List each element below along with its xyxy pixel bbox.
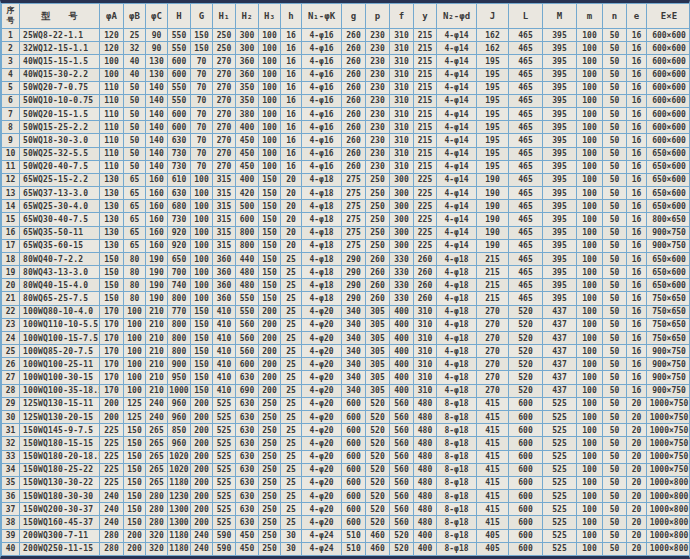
table-row: 27100WQ100-30-15170100210950150410630200… [2, 371, 690, 384]
value-cell: 130 [100, 173, 124, 186]
value-cell: 195 [477, 94, 509, 107]
value-cell: 315 [213, 200, 236, 213]
value-cell: 240 [100, 503, 124, 516]
value-cell: 4-φ18 [437, 371, 477, 384]
value-cell: 50 [603, 108, 627, 121]
row-number-cell: 2 [2, 42, 20, 55]
row-number-cell: 27 [2, 371, 20, 384]
value-cell: 170 [100, 345, 124, 358]
value-cell: 4-φ18 [437, 384, 477, 397]
value-cell: 250 [259, 410, 281, 423]
value-cell: 150 [259, 292, 281, 305]
value-cell: 25 [124, 29, 146, 42]
value-cell: 550 [168, 29, 191, 42]
value-cell: 260 [342, 160, 366, 173]
value-cell: 465 [509, 134, 543, 147]
value-cell: 50 [603, 121, 627, 134]
value-cell: 630 [236, 490, 259, 503]
value-cell: 265 [146, 424, 168, 437]
value-cell: 290 [342, 252, 366, 265]
value-cell: 260 [342, 55, 366, 68]
value-cell: 520 [366, 463, 390, 476]
value-cell: 560 [390, 503, 414, 516]
value-cell: 100 [577, 134, 603, 147]
value-cell: 50 [603, 318, 627, 331]
value-cell: 20 [627, 450, 647, 463]
value-cell: 50 [603, 516, 627, 529]
column-header-f: f [390, 4, 414, 29]
value-cell: 4-φ18 [437, 305, 477, 318]
value-cell: 400 [390, 345, 414, 358]
value-cell: 110 [100, 94, 124, 107]
table-row: 232WQ12-15-1.11203290550150250300100164-… [2, 42, 690, 55]
model-cell: 50WQ10-10-0.75 [20, 94, 100, 107]
value-cell: 395 [543, 81, 577, 94]
row-number-cell: 26 [2, 358, 20, 371]
value-cell: 400 [390, 305, 414, 318]
value-cell: 200 [124, 529, 146, 542]
value-cell: 190 [477, 239, 509, 252]
value-cell: 100 [577, 252, 603, 265]
value-cell: 310 [390, 160, 414, 173]
value-cell: 50 [603, 410, 627, 423]
value-cell: 900×750 [647, 371, 690, 384]
table-row: 32150WQ180-15-15225150265960200525630250… [2, 437, 690, 450]
value-cell: 140 [146, 81, 168, 94]
value-cell: 100 [577, 42, 603, 55]
value-cell: 215 [414, 42, 437, 55]
value-cell: 260 [342, 42, 366, 55]
value-cell: 4-φ18 [302, 173, 342, 186]
model-cell: 50WQ15-25-2.2 [20, 121, 100, 134]
value-cell: 4-φ14 [437, 29, 477, 42]
value-cell: 195 [477, 108, 509, 121]
value-cell: 150 [191, 29, 213, 42]
value-cell: 525 [543, 503, 577, 516]
column-header-p: p [366, 4, 390, 29]
value-cell: 20 [627, 529, 647, 542]
value-cell: 750×650 [647, 331, 690, 344]
column-header-g: g [342, 4, 366, 29]
value-cell: 8-φ18 [437, 450, 477, 463]
value-cell: 437 [543, 305, 577, 318]
value-cell: 25 [281, 384, 302, 397]
value-cell: 100 [191, 213, 213, 226]
value-cell: 465 [509, 94, 543, 107]
value-cell: 350 [236, 81, 259, 94]
value-cell: 270 [213, 134, 236, 147]
value-cell: 4-φ14 [437, 94, 477, 107]
value-cell: 330 [390, 292, 414, 305]
value-cell: 8-φ18 [437, 463, 477, 476]
value-cell: 100 [577, 397, 603, 410]
table-row: 1980WQ43-13-3.01508019070010036048015025… [2, 266, 690, 279]
value-cell: 1000×800 [647, 516, 690, 529]
value-cell: 16 [627, 279, 647, 292]
value-cell: 480 [236, 266, 259, 279]
model-cell: 80WQ40-15-4.0 [20, 279, 100, 292]
value-cell: 800 [236, 226, 259, 239]
column-header-N1phiK: N₁-φK [302, 4, 342, 29]
table-row: 29125WQ130-15-11200125240960200525630250… [2, 397, 690, 410]
value-cell: 800×650 [647, 213, 690, 226]
value-cell: 260 [342, 94, 366, 107]
model-cell: 50WQ20-7-0.75 [20, 81, 100, 94]
column-header-phiB: φB [124, 4, 146, 29]
value-cell: 250 [213, 29, 236, 42]
value-cell: 200 [259, 358, 281, 371]
value-cell: 100 [577, 424, 603, 437]
value-cell: 520 [366, 450, 390, 463]
table-row: 22100WQ80-10-4.0170100210770150410550200… [2, 305, 690, 318]
value-cell: 200 [191, 516, 213, 529]
value-cell: 4-φ20 [302, 490, 342, 503]
value-cell: 225 [414, 213, 437, 226]
table-row: 23100WQ110-10-5.517010021080015041056020… [2, 318, 690, 331]
value-cell: 290 [342, 266, 366, 279]
value-cell: 100 [124, 331, 146, 344]
value-cell: 600 [509, 542, 543, 555]
value-cell: 80 [124, 279, 146, 292]
value-cell: 4-φ14 [437, 81, 477, 94]
value-cell: 630 [236, 397, 259, 410]
value-cell: 25 [281, 331, 302, 344]
value-cell: 100 [577, 542, 603, 555]
row-number-cell: 36 [2, 490, 20, 503]
value-cell: 290 [342, 292, 366, 305]
